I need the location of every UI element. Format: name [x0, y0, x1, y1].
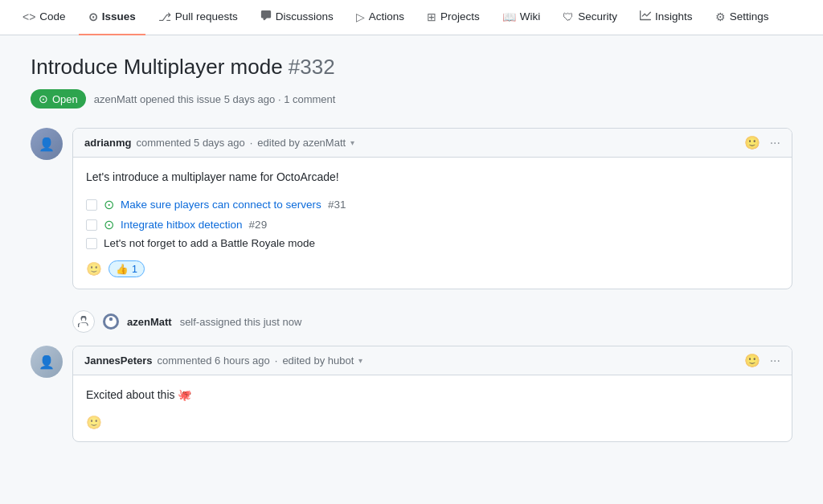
- settings-icon: ⚙: [715, 10, 726, 23]
- event-user-label[interactable]: azenMatt: [127, 316, 172, 328]
- task-link-1[interactable]: Integrate hitbox detection: [121, 219, 243, 231]
- wiki-icon: 📖: [502, 10, 516, 23]
- emoji-reaction-button-adrianmg[interactable]: 🙂: [744, 135, 760, 150]
- comment-box-jannespeters: JannesPeters commented 6 hours ago · edi…: [72, 346, 792, 442]
- issue-meta: ⊙ Open azenMatt opened this issue 5 days…: [31, 89, 792, 109]
- open-badge-icon: ⊙: [39, 92, 48, 105]
- event-self-assigned: azenMatt self-assigned this just now: [72, 302, 792, 346]
- nav-item-pull-requests[interactable]: ⎇ Pull requests: [149, 0, 248, 35]
- comment-header-right-jannespeters: 🙂 ···: [744, 353, 780, 368]
- open-badge-label: Open: [52, 93, 78, 105]
- emoji-reaction-button-jannespeters[interactable]: 🙂: [744, 353, 760, 368]
- nav-item-insights[interactable]: Insights: [630, 0, 702, 35]
- comment-header-left-adrianmg: adrianmg commented 5 days ago · edited b…: [84, 137, 354, 149]
- reaction-thumbsup-emoji: 👍: [116, 263, 129, 275]
- issue-number: #332: [289, 55, 335, 79]
- comment-box-adrianmg: adrianmg commented 5 days ago · edited b…: [72, 128, 792, 289]
- nav-item-settings[interactable]: ⚙ Settings: [706, 0, 779, 35]
- task-checkbox-0[interactable]: [86, 199, 97, 211]
- comment-edited-sep-jannespeters: ·: [275, 354, 278, 367]
- insights-icon: [640, 10, 651, 23]
- issue-meta-text: azenMatt opened this issue 5 days ago · …: [94, 93, 336, 105]
- task-item-1: ⊙ Integrate hitbox detection #29: [86, 217, 779, 232]
- nav-label-actions: Actions: [369, 10, 404, 23]
- pull-requests-icon: ⎇: [158, 10, 171, 23]
- task-item-2: Let's not forget to add a Battle Royale …: [86, 237, 779, 249]
- task-ref-0: #31: [328, 199, 346, 211]
- add-reaction-button-jannespeters[interactable]: 🙂: [86, 415, 102, 430]
- reactions-adrianmg: 🙂 👍 1: [86, 260, 779, 277]
- security-icon: 🛡: [563, 10, 574, 23]
- task-checkbox-2[interactable]: [86, 238, 97, 249]
- comment-timestamp-jannespeters: commented 6 hours ago: [158, 354, 270, 367]
- task-item-0: ⊙ Make sure players can connect to serve…: [86, 197, 779, 212]
- task-open-icon-0: ⊙: [104, 197, 114, 212]
- reactions-jannespeters: 🙂: [86, 415, 779, 430]
- task-checkbox-1[interactable]: [86, 219, 97, 231]
- open-badge: ⊙ Open: [31, 89, 86, 109]
- nav-item-issues[interactable]: ⊙ Issues: [79, 0, 145, 35]
- nav-label-projects: Projects: [440, 10, 480, 23]
- nav-item-code[interactable]: <> Code: [13, 0, 76, 35]
- nav-item-actions[interactable]: ▷ Actions: [346, 0, 414, 35]
- comment-wrapper-adrianmg: 👤 adrianmg commented 5 days ago · edited…: [31, 128, 792, 289]
- comment-edited-label-adrianmg: edited by azenMatt: [257, 137, 346, 149]
- nav-item-wiki[interactable]: 📖 Wiki: [493, 0, 551, 35]
- avatar-jannespeters: 👤: [31, 346, 63, 378]
- comment-header-left-jannespeters: JannesPeters commented 6 hours ago · edi…: [84, 354, 362, 367]
- comment-header-right-adrianmg: 🙂 ···: [744, 135, 780, 150]
- nav-item-projects[interactable]: ⊞ Projects: [417, 0, 489, 35]
- edited-dropdown-icon-jannespeters[interactable]: ▾: [358, 356, 362, 365]
- nav-label-wiki: Wiki: [520, 10, 541, 23]
- event-text: self-assigned this just now: [180, 316, 302, 328]
- task-link-0[interactable]: Make sure players can connect to servers: [121, 199, 321, 211]
- comment-text-adrianmg: Let's introduce a multiplayer name for O…: [86, 169, 779, 186]
- nav-label-issues: Issues: [102, 10, 136, 23]
- nav-label-pull-requests: Pull requests: [175, 10, 238, 23]
- nav-label-code: Code: [39, 10, 65, 23]
- comment-edited-adrianmg: ·: [250, 137, 253, 149]
- comment-author-adrianmg[interactable]: adrianmg: [84, 137, 132, 149]
- comment-author-jannespeters[interactable]: JannesPeters: [84, 354, 153, 367]
- nav-item-security[interactable]: 🛡 Security: [553, 0, 627, 35]
- comment-header-adrianmg: adrianmg commented 5 days ago · edited b…: [73, 129, 792, 158]
- task-list-adrianmg: ⊙ Make sure players can connect to serve…: [86, 197, 779, 249]
- nav-item-discussions[interactable]: Discussions: [251, 0, 343, 35]
- task-text-2: Let's not forget to add a Battle Royale …: [104, 237, 315, 249]
- projects-icon: ⊞: [427, 10, 436, 23]
- discussions-icon: [260, 10, 272, 23]
- nav-bar: <> Code ⊙ Issues ⎇ Pull requests Discuss…: [0, 0, 823, 35]
- comment-body-adrianmg: Let's introduce a multiplayer name for O…: [73, 158, 792, 289]
- comment-header-jannespeters: JannesPeters commented 6 hours ago · edi…: [73, 346, 792, 375]
- nav-label-insights: Insights: [655, 10, 693, 23]
- main-content: Introduce Multiplayer mode #332 ⊙ Open a…: [18, 35, 805, 474]
- edited-dropdown-icon-adrianmg[interactable]: ▾: [350, 138, 354, 147]
- actions-icon: ▷: [356, 10, 365, 23]
- issues-icon: ⊙: [88, 10, 98, 23]
- comment-thread: 👤 adrianmg commented 5 days ago · edited…: [31, 128, 792, 455]
- more-options-button-adrianmg[interactable]: ···: [770, 136, 780, 150]
- comment-body-jannespeters: Excited about this 🐙 🙂: [73, 375, 792, 441]
- more-options-button-jannespeters[interactable]: ···: [770, 354, 780, 368]
- reaction-thumbsup-count: 1: [132, 264, 137, 275]
- comment-timestamp-adrianmg: commented 5 days ago: [137, 137, 245, 149]
- code-icon: <>: [23, 10, 35, 23]
- nav-label-discussions: Discussions: [276, 10, 334, 23]
- nav-label-settings: Settings: [730, 10, 769, 23]
- issue-title: Introduce Multiplayer mode #332: [31, 55, 792, 80]
- comment-edited-label-jannespeters: edited by hubot: [282, 354, 354, 367]
- avatar-adrianmg: 👤: [31, 128, 63, 160]
- add-reaction-button-adrianmg[interactable]: 🙂: [86, 261, 102, 277]
- task-ref-1: #29: [249, 219, 268, 231]
- comment-text-jannespeters: Excited about this 🐙: [86, 387, 779, 404]
- reaction-thumbsup-adrianmg[interactable]: 👍 1: [109, 260, 145, 277]
- event-avatar-azenMatt: [103, 313, 119, 330]
- event-icon-assign: [72, 310, 95, 333]
- comment-wrapper-jannespeters: 👤 JannesPeters commented 6 hours ago · e…: [31, 346, 792, 442]
- task-open-icon-1: ⊙: [104, 217, 114, 232]
- nav-label-security: Security: [578, 10, 617, 23]
